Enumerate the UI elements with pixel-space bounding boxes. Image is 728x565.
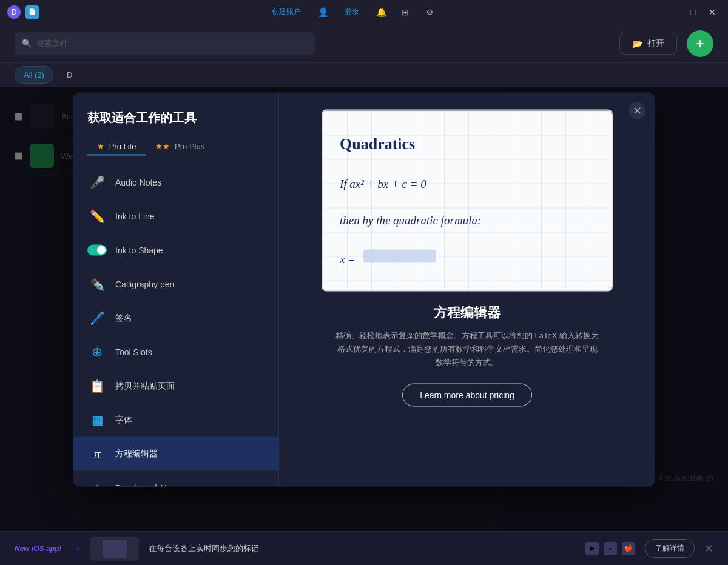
open-button[interactable]: 📂 打开 <box>619 33 677 55</box>
ink-to-shape-label: Ink to Shape <box>115 246 163 255</box>
tab-second[interactable]: D <box>58 67 81 83</box>
close-button[interactable]: ✕ <box>704 4 721 21</box>
learn-more-pricing-button[interactable]: Learn more about pricing <box>402 384 532 407</box>
ink-to-line-icon: ✏️ <box>87 207 107 226</box>
modal-tabs: ★ Pro Lite ★★ Pro Plus <box>73 138 278 156</box>
banner-learn-more-button[interactable]: 了解详情 <box>645 539 695 558</box>
minimize-button[interactable]: — <box>665 4 682 21</box>
add-button[interactable]: + <box>687 30 713 57</box>
equation-editor-label: 方程编辑器 <box>115 449 158 460</box>
calligraphy-pen-icon: ✒️ <box>87 275 107 294</box>
fonts-icon: ▦ <box>87 410 107 430</box>
ink-to-shape-icon <box>87 241 107 260</box>
platform-icon-play: ▶ <box>585 542 599 555</box>
app-area: 🔍 搜索文件 📂 打开 + All (2) D Bug <box>0 24 728 565</box>
banner-close-button[interactable]: ✕ <box>704 542 713 555</box>
ink-to-line-label: Ink to Line <box>115 212 155 221</box>
preview-description: 精确、轻松地表示复杂的数学概念。方程工具可以将您的 LaTeX 输入转换为格式优… <box>334 329 601 369</box>
audio-notes-label: Audio Notes <box>115 178 161 187</box>
pro-plus-label: Pro Plus <box>175 142 204 151</box>
topbar: 🔍 搜索文件 📂 打开 + <box>0 24 728 63</box>
platform-icon-apple: 🍎 <box>622 542 635 555</box>
bottom-banner: New iOS app! → 在每台设备上实时同步您的标记 ▶ ▪ 🍎 了解详情… <box>0 531 728 565</box>
arrow-icon: → <box>71 543 81 554</box>
fonts-label: 字体 <box>115 415 132 426</box>
preview-line-2: If ax² + bx + c = 0 <box>340 176 595 192</box>
tab-all[interactable]: All (2) <box>15 66 53 84</box>
device-thumbnail <box>90 537 139 561</box>
content-area: Bug We Pro one ro 5 sensitivityen tipsto… <box>0 87 728 531</box>
menu-item-fonts[interactable]: ▦ 字体 <box>73 403 278 437</box>
windows-icon[interactable]: ⊞ <box>398 5 413 19</box>
search-placeholder: 搜索文件 <box>36 38 68 49</box>
signature-icon: 🖊️ <box>87 309 107 328</box>
menu-item-ink-to-shape[interactable]: Ink to Shape <box>73 233 278 267</box>
open-label: 打开 <box>647 38 664 49</box>
tabs-bar: All (2) D <box>0 63 728 87</box>
modal-title: 获取适合工作的工具 <box>73 110 278 138</box>
modal-left-panel: 获取适合工作的工具 ★ Pro Lite ★★ Pro Plus 🎤 <box>73 93 279 487</box>
equation-editor-icon: π <box>87 444 107 464</box>
modal-close-button[interactable]: ✕ <box>629 102 645 119</box>
settings-icon[interactable]: ⚙ <box>422 5 437 19</box>
menu-item-tool-slots[interactable]: ⊕ Tool Slots <box>73 335 278 369</box>
create-account-btn[interactable]: 创建账户 <box>267 5 306 19</box>
modal-right-panel: ✕ Quadratics If ax² + bx + c = 0 then by… <box>279 93 655 487</box>
pro-lite-star: ★ <box>97 142 104 151</box>
app-icon: D <box>7 5 21 19</box>
titlebar: D 📄 创建账户 👤 登录 🔔 ⊞ ⚙ — □ ✕ <box>0 0 728 24</box>
menu-item-calligraphy-pen[interactable]: ✒️ Calligraphy pen <box>73 267 278 301</box>
drawboard-ai-icon: ✦ <box>87 478 107 487</box>
copy-paste-label: 拷贝并粘贴页面 <box>115 381 175 392</box>
modal-menu: 🎤 Audio Notes ✏️ Ink to Line <box>73 165 278 487</box>
user-icon[interactable]: 👤 <box>315 5 330 19</box>
pro-plus-star: ★★ <box>155 142 170 151</box>
window-controls: — □ ✕ <box>665 4 721 21</box>
preview-highlight <box>363 250 436 263</box>
drawboard-ai-label: Drawboard AI <box>115 483 167 487</box>
modal-dialog: 获取适合工作的工具 ★ Pro Lite ★★ Pro Plus 🎤 <box>73 93 655 487</box>
audio-notes-icon: 🎤 <box>87 173 107 192</box>
menu-item-equation-editor[interactable]: π 方程编辑器 <box>73 437 278 471</box>
tool-slots-label: Tool Slots <box>115 347 152 357</box>
preview-line-4: x = <box>340 250 595 268</box>
preview-image: Quadratics If ax² + bx + c = 0 then by t… <box>322 110 613 292</box>
platform-icons: ▶ ▪ 🍎 <box>585 542 635 555</box>
maximize-button[interactable]: □ <box>684 4 701 21</box>
preview-feature-title: 方程编辑器 <box>434 304 500 322</box>
notification-icon[interactable]: 🔔 <box>374 5 388 19</box>
copy-paste-icon: 📋 <box>87 376 107 396</box>
signature-label: 签名 <box>115 313 132 324</box>
search-box[interactable]: 🔍 搜索文件 <box>15 32 315 55</box>
calligraphy-pen-label: Calligraphy pen <box>115 279 174 289</box>
menu-item-signature[interactable]: 🖊️ 签名 <box>73 301 278 335</box>
titlebar-center: 创建账户 👤 登录 🔔 ⊞ ⚙ <box>267 5 437 19</box>
search-icon: 🔍 <box>22 39 32 48</box>
banner-sync-text: 在每台设备上实时同步您的标记 <box>149 543 576 554</box>
tool-slots-icon: ⊕ <box>87 343 107 362</box>
folder-icon: 📂 <box>632 39 642 48</box>
titlebar-left: D 📄 <box>7 5 39 19</box>
preview-line-3: then by the quadratic formula: <box>340 213 595 229</box>
menu-item-audio-notes[interactable]: 🎤 Audio Notes <box>73 165 278 199</box>
login-btn[interactable]: 登录 <box>340 5 364 19</box>
preview-line-1: Quadratics <box>340 133 595 155</box>
new-ios-app-label: New iOS app! <box>15 544 61 553</box>
tab-pro-plus[interactable]: ★★ Pro Plus <box>146 138 214 156</box>
preview-grid: Quadratics If ax² + bx + c = 0 then by t… <box>323 111 612 290</box>
tab-pro-lite[interactable]: ★ Pro Lite <box>87 138 146 156</box>
platform-icon-windows: ▪ <box>604 542 617 555</box>
pro-lite-label: Pro Lite <box>109 142 136 151</box>
menu-item-ink-to-line[interactable]: ✏️ Ink to Line <box>73 199 278 233</box>
doc-icon: 📄 <box>25 5 39 19</box>
menu-item-copy-paste[interactable]: 📋 拷贝并粘贴页面 <box>73 369 278 403</box>
menu-item-drawboard-ai[interactable]: ✦ Drawboard AI <box>73 471 278 487</box>
